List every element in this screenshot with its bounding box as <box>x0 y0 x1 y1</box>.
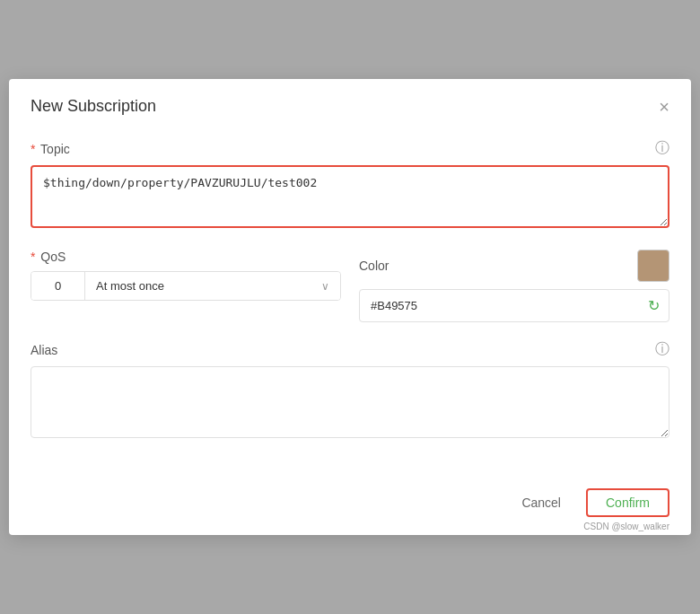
qos-column: * QoS At most once ∨ <box>31 250 341 301</box>
color-header-row: Color <box>359 250 669 282</box>
topic-input[interactable] <box>31 165 669 228</box>
chevron-down-icon: ∨ <box>321 280 329 293</box>
color-label: Color <box>359 259 389 273</box>
qos-dropdown[interactable]: At most once ∨ <box>85 272 340 300</box>
cancel-button[interactable]: Cancel <box>507 488 575 517</box>
confirm-button[interactable]: Confirm <box>586 488 669 517</box>
alias-label: Alias <box>31 343 57 357</box>
alias-section: Alias ⓘ <box>31 340 669 442</box>
watermark: CSDN @slow_walker <box>583 522 669 531</box>
topic-label: * Topic <box>31 142 70 156</box>
color-column: Color ↻ <box>359 250 669 322</box>
qos-select-wrapper: At most once ∨ <box>31 271 341 301</box>
color-input[interactable] <box>360 292 639 320</box>
refresh-icon[interactable]: ↻ <box>639 290 669 321</box>
alias-label-row: Alias ⓘ <box>31 340 669 359</box>
alias-input[interactable] <box>31 366 669 438</box>
topic-section: * Topic ⓘ <box>31 139 669 232</box>
dialog-header: New Subscription × <box>9 79 691 130</box>
dialog-overlay: New Subscription × * Topic ⓘ <box>0 0 700 614</box>
qos-label-row: * QoS <box>31 250 341 264</box>
qos-color-row: * QoS At most once ∨ C <box>31 250 669 322</box>
alias-info-icon[interactable]: ⓘ <box>655 340 669 359</box>
topic-label-row: * Topic ⓘ <box>31 139 669 158</box>
qos-label: * QoS <box>31 250 66 264</box>
new-subscription-dialog: New Subscription × * Topic ⓘ <box>9 79 691 535</box>
topic-required-star: * <box>31 142 35 156</box>
dialog-title: New Subscription <box>31 97 156 116</box>
qos-dropdown-label: At most once <box>96 279 164 293</box>
qos-number-input[interactable] <box>31 272 85 300</box>
dialog-body: * Topic ⓘ * QoS <box>9 130 691 478</box>
close-button[interactable]: × <box>659 98 669 116</box>
topic-info-icon[interactable]: ⓘ <box>655 139 669 158</box>
color-swatch[interactable] <box>637 250 669 282</box>
color-input-row: ↻ <box>359 289 669 322</box>
qos-required-star: * <box>31 250 35 264</box>
